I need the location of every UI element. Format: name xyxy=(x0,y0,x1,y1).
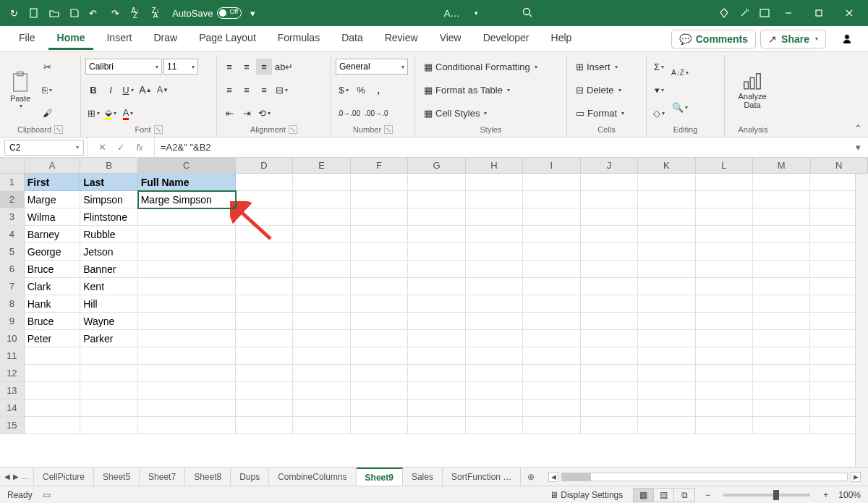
cell-J14[interactable] xyxy=(581,400,638,417)
cell-K1[interactable] xyxy=(638,174,695,191)
formula-input[interactable]: =A2&" "&B2 xyxy=(155,142,848,153)
column-header-H[interactable]: H xyxy=(466,158,523,173)
tab-review[interactable]: Review xyxy=(376,28,427,50)
tab-insert[interactable]: Insert xyxy=(98,28,140,50)
cell-E5[interactable] xyxy=(293,243,350,261)
cell-L8[interactable] xyxy=(696,295,753,313)
cell-K7[interactable] xyxy=(638,278,695,295)
delete-cells-button[interactable]: ⊟Delete▾ xyxy=(571,82,642,98)
cell-F6[interactable] xyxy=(351,261,408,278)
cell-L7[interactable] xyxy=(696,278,753,295)
cell-I8[interactable] xyxy=(523,295,580,313)
cell-L2[interactable] xyxy=(696,191,753,208)
cell-C3[interactable] xyxy=(138,208,236,226)
zoom-level[interactable]: 100% xyxy=(838,490,861,500)
cell-C7[interactable] xyxy=(138,278,236,295)
cell-G3[interactable] xyxy=(408,208,465,226)
column-header-G[interactable]: G xyxy=(408,158,465,173)
tab-formulas[interactable]: Formulas xyxy=(269,28,328,50)
cell-J10[interactable] xyxy=(581,330,638,347)
cell-J11[interactable] xyxy=(581,347,638,365)
cell-I5[interactable] xyxy=(523,243,580,261)
cell-A1[interactable]: First xyxy=(25,174,80,191)
cell-C11[interactable] xyxy=(138,347,236,365)
column-header-I[interactable]: I xyxy=(523,158,580,173)
display-settings-button[interactable]: 🖥 Display Settings xyxy=(550,490,623,500)
cell-K8[interactable] xyxy=(638,295,695,313)
font-name-combo[interactable]: Calibri▾ xyxy=(85,59,162,75)
align-center-icon[interactable]: ≡ xyxy=(239,82,255,98)
tab-home[interactable]: Home xyxy=(48,28,94,50)
normal-view-icon[interactable]: ▦ xyxy=(634,489,654,502)
cell-E14[interactable] xyxy=(293,400,350,417)
cell-B11[interactable] xyxy=(80,347,137,365)
cell-J12[interactable] xyxy=(581,365,638,382)
horizontal-scrollbar[interactable]: ◀ ▶ xyxy=(541,468,868,486)
cell-B9[interactable]: Wayne xyxy=(80,313,137,330)
bold-button[interactable]: B xyxy=(85,82,101,98)
cell-E7[interactable] xyxy=(293,278,350,295)
cell-L13[interactable] xyxy=(696,382,753,400)
cell-L14[interactable] xyxy=(696,400,753,417)
cell-H11[interactable] xyxy=(466,347,523,365)
cell-A7[interactable]: Clark xyxy=(25,278,80,295)
customize-qat-icon[interactable]: ▾ xyxy=(243,4,262,22)
cancel-formula-icon[interactable]: ✕ xyxy=(93,139,111,156)
zoom-out-icon[interactable]: − xyxy=(705,490,710,500)
cell-L5[interactable] xyxy=(696,243,753,261)
cell-K3[interactable] xyxy=(638,208,695,226)
zoom-in-icon[interactable]: + xyxy=(823,490,828,500)
cell-F13[interactable] xyxy=(351,382,408,400)
cell-A4[interactable]: Barney xyxy=(25,226,80,243)
cell-M13[interactable] xyxy=(753,382,810,400)
cell-C14[interactable] xyxy=(138,400,236,417)
row-header[interactable]: 1 xyxy=(0,174,25,191)
column-header-K[interactable]: K xyxy=(638,158,695,173)
cell-M2[interactable] xyxy=(753,191,810,208)
align-left-icon[interactable]: ≡ xyxy=(221,82,237,98)
cell-I1[interactable] xyxy=(523,174,580,191)
cell-D12[interactable] xyxy=(236,365,293,382)
sheet-tab-sheet5[interactable]: Sheet5 xyxy=(94,468,140,486)
cell-D9[interactable] xyxy=(236,313,293,330)
cell-I14[interactable] xyxy=(523,400,580,417)
cell-E11[interactable] xyxy=(293,347,350,365)
insert-cells-button[interactable]: ⊞Insert▾ xyxy=(571,59,642,75)
expand-formula-bar-icon[interactable]: ▾ xyxy=(848,142,868,153)
cell-L3[interactable] xyxy=(696,208,753,226)
wrap-text-icon[interactable]: ab↵ xyxy=(273,59,294,75)
cell-G11[interactable] xyxy=(408,347,465,365)
page-break-view-icon[interactable]: ⧉ xyxy=(674,489,694,502)
cell-G4[interactable] xyxy=(408,226,465,243)
sort-asc-icon[interactable]: A↓Z xyxy=(126,4,145,22)
new-file-icon[interactable] xyxy=(25,4,43,22)
sheet-tab-combinecolumns[interactable]: CombineColumns xyxy=(269,468,356,486)
row-header[interactable]: 5 xyxy=(0,243,25,261)
cell-F4[interactable] xyxy=(351,226,408,243)
comma-icon[interactable]: , xyxy=(370,82,386,98)
cell-A15[interactable] xyxy=(25,417,80,434)
cell-L9[interactable] xyxy=(696,313,753,330)
share-button[interactable]: ↗Share▾ xyxy=(760,30,826,48)
number-launcher-icon[interactable]: ⤡ xyxy=(384,125,393,134)
cell-L6[interactable] xyxy=(696,261,753,278)
cell-M8[interactable] xyxy=(753,295,810,313)
row-header[interactable]: 4 xyxy=(0,226,25,243)
name-box[interactable]: C2▾ xyxy=(4,140,84,156)
cell-H3[interactable] xyxy=(466,208,523,226)
cell-G9[interactable] xyxy=(408,313,465,330)
cell-H6[interactable] xyxy=(466,261,523,278)
cell-F3[interactable] xyxy=(351,208,408,226)
cell-G2[interactable] xyxy=(408,191,465,208)
copy-icon[interactable]: ⎘▾ xyxy=(39,82,55,98)
undo-icon[interactable]: ↶▾ xyxy=(85,4,104,22)
cell-D5[interactable] xyxy=(236,243,293,261)
cell-D6[interactable] xyxy=(236,261,293,278)
diamond-icon[interactable] xyxy=(715,4,733,22)
clipboard-launcher-icon[interactable]: ⤡ xyxy=(54,125,63,134)
cell-styles-button[interactable]: ▦Cell Styles▾ xyxy=(420,105,562,121)
tab-help[interactable]: Help xyxy=(542,28,581,50)
cell-H1[interactable] xyxy=(466,174,523,191)
scroll-tabs-left-icon[interactable]: ◀ xyxy=(4,473,10,481)
cell-B1[interactable]: Last xyxy=(80,174,137,191)
